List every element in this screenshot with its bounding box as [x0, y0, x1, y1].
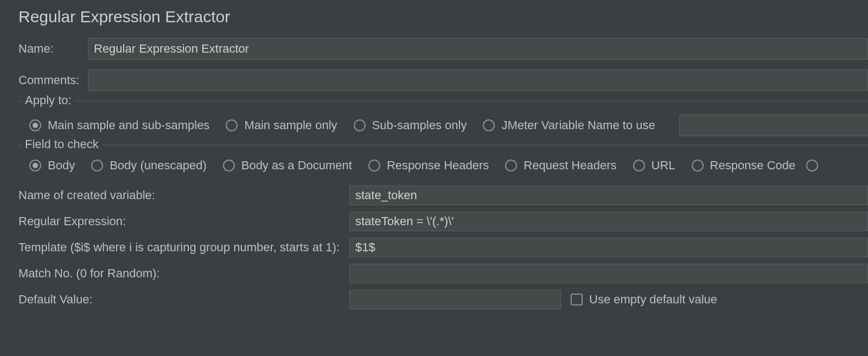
radio-icon: [223, 160, 235, 171]
match-no-input[interactable]: [349, 264, 868, 283]
field-to-check-options: Body Body (unescaped) Body as a Document…: [29, 158, 868, 173]
name-label: Name:: [18, 42, 88, 56]
radio-label: Response Code: [710, 158, 796, 173]
radio-label: JMeter Variable Name to use: [501, 118, 655, 132]
match-no-row: Match No. (0 for Random):: [18, 264, 868, 283]
radio-icon: [354, 119, 366, 131]
radio-response-headers[interactable]: Response Headers: [368, 158, 489, 173]
regex-label: Regular Expression:: [18, 214, 349, 228]
use-empty-default-label: Use empty default value: [589, 293, 717, 307]
radio-label: Main sample and sub-samples: [48, 118, 209, 132]
radio-label: Body (unescaped): [110, 158, 207, 173]
radio-url[interactable]: URL: [633, 158, 675, 173]
radio-icon: [806, 160, 818, 171]
apply-to-options: Main sample and sub-samples Main sample …: [29, 115, 868, 136]
radio-label: URL: [652, 158, 675, 173]
radio-label: Main sample only: [244, 118, 337, 132]
template-label: Template ($i$ where i is capturing group…: [18, 240, 349, 255]
created-var-row: Name of created variable:: [18, 186, 868, 205]
radio-main-and-sub[interactable]: Main sample and sub-samples: [29, 118, 209, 132]
radio-sub-only[interactable]: Sub-samples only: [354, 118, 467, 132]
radio-label: Response Headers: [387, 158, 489, 173]
radio-main-only[interactable]: Main sample only: [226, 118, 337, 132]
radio-icon: [226, 119, 238, 131]
jmeter-var-input[interactable]: [679, 115, 868, 136]
radio-icon: [505, 160, 517, 171]
radio-icon: [29, 119, 41, 131]
regex-extractor-panel: Regular Expression Extractor Name: Comme…: [0, 0, 868, 309]
comments-row: Comments:: [18, 69, 868, 91]
default-value-label: Default Value:: [18, 293, 349, 307]
radio-icon: [91, 160, 103, 171]
created-var-input[interactable]: [349, 186, 868, 205]
name-row: Name:: [18, 38, 868, 60]
radio-more[interactable]: [806, 160, 818, 171]
radio-icon: [633, 160, 645, 171]
match-no-label: Match No. (0 for Random):: [18, 266, 349, 281]
field-to-check-group: Field to check Body Body (unescaped) Bod…: [18, 145, 868, 178]
radio-icon: [368, 160, 380, 171]
radio-body[interactable]: Body: [29, 158, 75, 173]
comments-label: Comments:: [18, 73, 88, 87]
radio-response-code[interactable]: Response Code: [692, 158, 796, 173]
radio-body-document[interactable]: Body as a Document: [223, 158, 352, 173]
checkbox-icon: [571, 294, 583, 306]
comments-input[interactable]: [88, 69, 868, 91]
default-value-input[interactable]: [349, 290, 561, 309]
radio-label: Request Headers: [524, 158, 616, 173]
template-row: Template ($i$ where i is capturing group…: [18, 238, 868, 257]
default-value-row: Default Value: Use empty default value: [18, 290, 868, 309]
radio-request-headers[interactable]: Request Headers: [505, 158, 616, 173]
regex-fields: Name of created variable: Regular Expres…: [18, 186, 868, 309]
radio-label: Sub-samples only: [372, 118, 467, 132]
radio-body-unescaped[interactable]: Body (unescaped): [91, 158, 207, 173]
name-input[interactable]: [88, 38, 868, 60]
field-to-check-legend: Field to check: [22, 137, 102, 151]
template-input[interactable]: [349, 238, 868, 257]
regex-input[interactable]: [349, 212, 868, 231]
created-var-label: Name of created variable:: [18, 188, 349, 202]
radio-icon: [483, 119, 495, 131]
use-empty-default-checkbox[interactable]: Use empty default value: [571, 293, 717, 307]
radio-icon: [692, 160, 704, 171]
apply-to-legend: Apply to:: [22, 93, 75, 107]
panel-title: Regular Expression Extractor: [18, 8, 868, 26]
radio-jmeter-var[interactable]: JMeter Variable Name to use: [483, 118, 655, 132]
apply-to-group: Apply to: Main sample and sub-samples Ma…: [18, 101, 868, 142]
regex-row: Regular Expression:: [18, 212, 868, 231]
radio-label: Body: [48, 158, 75, 173]
radio-label: Body as a Document: [241, 158, 352, 173]
radio-icon: [29, 160, 41, 171]
